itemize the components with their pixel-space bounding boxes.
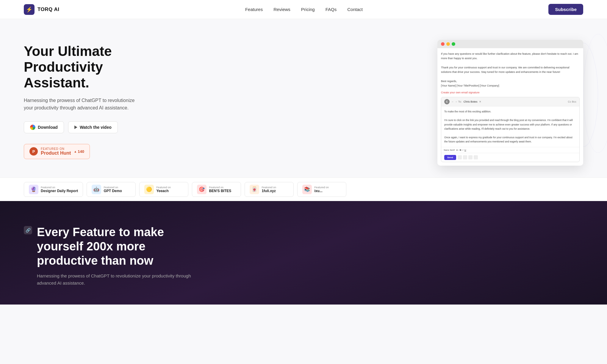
browser-mockup: If you have any questions or would like … [437, 40, 583, 166]
compose-recipient: Chris Botes [464, 100, 478, 103]
emoji-icon[interactable] [468, 155, 473, 159]
send-button[interactable]: Send [444, 155, 456, 160]
browser-titlebar [437, 40, 583, 48]
download-button[interactable]: Download [24, 121, 64, 133]
hero-screenshot: If you have any questions or would like … [167, 37, 583, 166]
featured-bar: 🔮 Featured on Designer Daily Report 🤖 Fe… [0, 178, 607, 201]
attach-icon[interactable] [458, 155, 462, 159]
create-signature-link[interactable]: Create your own email signature [441, 91, 580, 94]
featured-gpt-demo[interactable]: 🤖 Featured on GPT Demo [87, 182, 136, 197]
download-label: Download [38, 125, 58, 130]
feat-name-4: 1fuli.xyz [262, 189, 276, 193]
featured-1fuli[interactable]: 🀄 Featured on 1fuli.xyz [245, 182, 294, 197]
designer-daily-icon: 🔮 [29, 185, 38, 194]
subscribe-button[interactable]: Subscribe [548, 4, 583, 15]
bens-bites-icon: 🎯 [197, 185, 206, 194]
image-icon[interactable] [474, 155, 478, 159]
feat-on-5: Featured on [314, 186, 329, 189]
navbar: ⚡ TORQ AI Features Reviews Pricing FAQs … [0, 0, 607, 19]
compose-close: ✕ [479, 100, 481, 103]
nav-faqs[interactable]: FAQs [326, 7, 337, 12]
feat-on-3: Featured on [209, 186, 231, 189]
gpt-demo-icon: 🤖 [92, 185, 101, 194]
logo[interactable]: ⚡ TORQ AI [24, 4, 59, 15]
nav-pricing[interactable]: Pricing [301, 7, 315, 12]
compose-area: C ← → To: Chris Botes ✕ Cc Bcc To make t… [441, 97, 580, 162]
format-toolbar: Sans Serif 11 B I U [441, 147, 579, 153]
feat-name-5: ixu... [314, 189, 329, 193]
hero-subtitle: Harnessing the prowess of ChatGPT to rev… [24, 97, 143, 112]
featured-ixu[interactable]: 📚 Featured on ixu... [297, 182, 346, 197]
feat-name-0: Designer Daily Report [41, 189, 78, 193]
compose-body[interactable]: To make the most of this exciting additi… [441, 106, 579, 147]
ph-count-value: 140 [78, 149, 84, 154]
feat-on-2: Featured on [156, 186, 171, 189]
yeeach-icon: 🟡 [144, 185, 154, 194]
feat-on-4: Featured on [262, 186, 276, 189]
ph-arrow-icon: ▲ [74, 150, 77, 153]
font-size: 11 [456, 149, 459, 151]
compose-arrows: ← → To: [451, 100, 462, 103]
google-icon [30, 125, 35, 130]
feat-on-0: Featured on [41, 186, 78, 189]
compose-avatar: C [444, 99, 450, 104]
1fuli-icon: 🀄 [250, 185, 259, 194]
play-icon [74, 125, 77, 129]
ph-name: Product Hunt [41, 150, 71, 156]
yeeach-text: Featured on Yeeach [156, 186, 171, 193]
nav-contact[interactable]: Contact [347, 7, 363, 12]
bens-bites-text: Featured on BEN'S BITES [209, 186, 231, 193]
product-hunt-badge[interactable]: P FEATURED ON Product Hunt ▲ 140 [24, 144, 90, 159]
featured-designer-daily[interactable]: 🔮 Featured on Designer Daily Report [24, 182, 83, 197]
dot-green [452, 42, 455, 46]
link-icon: 🔗 [24, 226, 32, 234]
dark-title: Every Feature to make yourself 200x more… [37, 225, 204, 268]
ph-text: FEATURED ON Product Hunt [41, 147, 71, 156]
featured-bens-bites[interactable]: 🎯 Featured on BEN'S BITES [192, 182, 241, 197]
1fuli-text: Featured on 1fuli.xyz [262, 186, 276, 193]
logo-text: TORQ AI [37, 7, 59, 12]
ph-icon: P [29, 147, 38, 156]
compose-header: C ← → To: Chris Botes ✕ Cc Bcc [441, 97, 579, 106]
feat-name-3: BEN'S BITES [209, 189, 231, 193]
dot-yellow [446, 42, 450, 46]
dot-red [441, 42, 445, 46]
designer-daily-text: Featured on Designer Daily Report [41, 186, 78, 193]
font-selector: Sans Serif [444, 149, 455, 151]
feat-name-1: GPT Demo [104, 189, 122, 193]
ixu-icon: 📚 [302, 185, 312, 194]
dark-subtitle: Harnessing the prowess of ChatGPT to rev… [37, 272, 198, 287]
featured-yeeach[interactable]: 🟡 Featured on Yeeach [139, 182, 188, 197]
hero-section: Your Ultimate Productivity Assistant. Ha… [0, 19, 607, 178]
feat-on-1: Featured on [104, 186, 122, 189]
underline-btn[interactable]: U [464, 149, 466, 151]
hero-buttons: Download Watch the video [24, 121, 167, 133]
gpt-demo-text: Featured on GPT Demo [104, 186, 122, 193]
link-icon[interactable] [463, 155, 467, 159]
watch-video-button[interactable]: Watch the video [68, 121, 118, 133]
hero-title: Your Ultimate Productivity Assistant. [24, 43, 167, 91]
ph-featured-label: FEATURED ON [41, 147, 71, 150]
browser-content: If you have any questions or would like … [437, 48, 583, 166]
ixu-text: Featured on ixu... [314, 186, 329, 193]
feat-name-2: Yeeach [156, 189, 171, 193]
dark-section: 🔗 Every Feature to make yourself 200x mo… [0, 201, 607, 305]
nav-links: Features Reviews Pricing FAQs Contact [245, 7, 363, 12]
ph-count: ▲ 140 [74, 149, 84, 154]
nav-features[interactable]: Features [245, 7, 263, 12]
watch-label: Watch the video [80, 125, 112, 130]
bold-btn[interactable]: B [460, 149, 461, 151]
email-body: If you have any questions or would like … [441, 52, 580, 88]
toolbar-icons [458, 155, 478, 159]
logo-icon: ⚡ [24, 4, 35, 15]
italic-btn[interactable]: I [463, 149, 463, 151]
hero-left: Your Ultimate Productivity Assistant. Ha… [24, 43, 167, 159]
section-header: 🔗 Every Feature to make yourself 200x mo… [24, 225, 583, 268]
compose-toolbar: Send [441, 153, 579, 162]
compose-text: To make the most of this exciting additi… [444, 109, 576, 144]
cc-bcc-label: Cc Bcc [568, 100, 576, 103]
nav-reviews[interactable]: Reviews [273, 7, 290, 12]
